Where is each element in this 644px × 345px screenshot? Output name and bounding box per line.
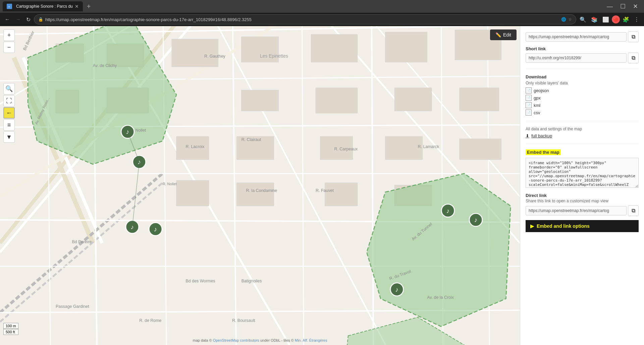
- divider-1: [526, 69, 639, 69]
- back-button[interactable]: ←: [3, 15, 12, 24]
- download-sub-label: Only visible layers' data: [526, 81, 639, 85]
- backup-sub-label: All data and settings of the map: [526, 127, 639, 131]
- close-window-button[interactable]: ✕: [630, 0, 641, 13]
- zoom-out-button[interactable]: −: [3, 42, 15, 53]
- kml-icon: 📄: [526, 102, 532, 108]
- osm-link[interactable]: OpenStreetMap contributors: [213, 338, 259, 342]
- svg-rect-33: [172, 39, 218, 67]
- svg-rect-42: [394, 88, 432, 111]
- direct-link-section: Direct link Share this link to open a cu…: [526, 193, 639, 216]
- svg-text:R. Fauvet: R. Fauvet: [316, 188, 334, 193]
- gpx-icon: 📄: [526, 95, 532, 101]
- geojson-label: geojson: [534, 88, 549, 93]
- geojson-icon: 📄: [526, 87, 532, 93]
- full-link-input[interactable]: [526, 32, 627, 42]
- search-toolbar-button[interactable]: 🔍: [578, 15, 588, 24]
- embed-section: Embed the map: [526, 149, 639, 189]
- maximize-button[interactable]: ☐: [617, 0, 629, 13]
- svg-text:R. Nollet: R. Nollet: [162, 182, 176, 186]
- copy-direct-link-button[interactable]: ⧉: [628, 205, 639, 216]
- download-links: 📄 geojson 📄 gpx 📄 kml 📄 csv: [526, 87, 639, 116]
- browser-chrome: u Cartographie Sonore : Parcs du ✕ + ― ☐…: [0, 0, 644, 26]
- profile-icon[interactable]: 🔴: [612, 15, 620, 23]
- download-label: Download: [526, 74, 639, 79]
- svg-text:R. Boursault: R. Boursault: [232, 318, 255, 323]
- backup-section: All data and settings of the map ⬇ full …: [526, 127, 639, 138]
- tab-close-button[interactable]: ✕: [75, 4, 79, 9]
- direct-link-label: Direct link: [526, 193, 639, 198]
- tabs-button[interactable]: ⬜: [600, 15, 611, 24]
- map-attribution: map data © OpenStreetMap contributors un…: [193, 338, 327, 342]
- tab-bar: u Cartographie Sonore : Parcs du ✕ + ― ☐…: [0, 0, 644, 13]
- kml-link[interactable]: 📄 kml: [526, 102, 639, 108]
- embed-options-label: Embed and link options: [537, 223, 590, 229]
- full-backup-link[interactable]: ⬇ full backup: [526, 133, 639, 138]
- copy-short-link-button[interactable]: ⧉: [628, 53, 639, 63]
- edit-button[interactable]: ✏️ Edit: [490, 29, 517, 40]
- copy-full-link-button[interactable]: ⧉: [628, 31, 639, 42]
- svg-rect-41: [316, 88, 358, 113]
- svg-rect-50: [237, 183, 274, 206]
- direct-link-input[interactable]: [526, 206, 627, 215]
- star-icon: ☆: [568, 17, 572, 22]
- back-arrow-button[interactable]: ←: [3, 107, 15, 119]
- embed-code-textarea[interactable]: [526, 158, 639, 188]
- edit-icon: ✏️: [495, 32, 501, 38]
- svg-text:Batignoiles: Batignoiles: [241, 279, 262, 283]
- map-controls-secondary: 🔍 ⛶ ← ≡ ▼: [3, 83, 15, 143]
- lock-icon: 🔒: [38, 17, 43, 22]
- geojson-link[interactable]: 📄 geojson: [526, 87, 639, 93]
- download-icon: ⬇: [526, 133, 529, 138]
- new-tab-button[interactable]: +: [84, 3, 94, 10]
- svg-rect-35: [311, 34, 357, 62]
- layers-button[interactable]: ≡: [3, 119, 15, 131]
- nav-bar: ← → ↻ 🔒 🌐 ☆ 🔍 📚 ⬜ 🔴 🧩 ⋮: [0, 13, 644, 26]
- csv-label: csv: [534, 110, 540, 115]
- svg-text:Av. de la Croix: Av. de la Croix: [427, 295, 454, 300]
- svg-rect-36: [385, 32, 427, 62]
- window-controls: ― ☐ ✕: [603, 0, 641, 13]
- expand-button[interactable]: ▼: [3, 131, 15, 143]
- tab-title: Cartographie Sonore : Parcs du: [16, 4, 73, 9]
- svg-text:R. Lamarck: R. Lamarck: [418, 144, 439, 149]
- svg-text:Bd des Wormes: Bd des Wormes: [186, 279, 215, 283]
- fullscreen-button[interactable]: ⛶: [3, 95, 15, 107]
- svg-text:Av. de Clichy: Av. de Clichy: [93, 63, 117, 68]
- short-link-input[interactable]: [526, 53, 627, 63]
- right-panel: ⧉ Short link ⧉ Download Only visible lay…: [520, 26, 644, 345]
- url-input[interactable]: [45, 17, 559, 22]
- menu-button[interactable]: ⋮: [632, 15, 641, 24]
- extensions-button[interactable]: 🧩: [621, 15, 631, 24]
- csv-link[interactable]: 📄 csv: [526, 110, 639, 116]
- address-bar[interactable]: 🔒 🌐 ☆: [34, 14, 576, 24]
- direct-link-row: ⧉: [526, 205, 639, 216]
- search-map-button[interactable]: 🔍: [3, 83, 15, 94]
- translate-icon: 🌐: [561, 17, 566, 22]
- svg-text:♪: ♪: [446, 207, 450, 214]
- short-link-label: Short link: [526, 46, 639, 51]
- tab-favicon: u: [7, 4, 12, 9]
- map-area[interactable]: Bd Berthier Av. Matisy Roso... R. Boulas…: [0, 26, 520, 345]
- gpx-label: gpx: [534, 95, 541, 100]
- download-section: Download Only visible layers' data 📄 geo…: [526, 74, 639, 116]
- embed-label: Embed the map: [526, 149, 561, 155]
- zoom-in-button[interactable]: +: [3, 29, 15, 41]
- active-tab[interactable]: u Cartographie Sonore : Parcs du ✕: [3, 1, 83, 11]
- short-link-section: Short link ⧉: [526, 46, 639, 63]
- svg-text:♪: ♪: [395, 286, 398, 293]
- reload-button[interactable]: ↻: [24, 15, 33, 24]
- svg-text:R. Lacroix: R. Lacroix: [186, 144, 205, 149]
- gpx-link[interactable]: 📄 gpx: [526, 95, 639, 101]
- svg-rect-51: [325, 183, 358, 206]
- full-link-row: ⧉: [526, 31, 639, 42]
- triangle-icon: ▶: [530, 223, 534, 229]
- short-link-row: ⧉: [526, 53, 639, 63]
- tiles-link[interactable]: Min. Aff. Étrangères: [295, 338, 327, 342]
- bookmark-button[interactable]: 📚: [589, 15, 600, 24]
- embed-options-bar[interactable]: ▶ Embed and link options: [526, 220, 639, 232]
- forward-button[interactable]: →: [13, 15, 23, 24]
- scale-500ft: 500 ft: [3, 329, 18, 335]
- svg-text:R. Carpeaux: R. Carpeaux: [334, 147, 358, 151]
- direct-link-sub: Share this link to open a customized map…: [526, 199, 639, 203]
- minimize-button[interactable]: ―: [603, 0, 616, 13]
